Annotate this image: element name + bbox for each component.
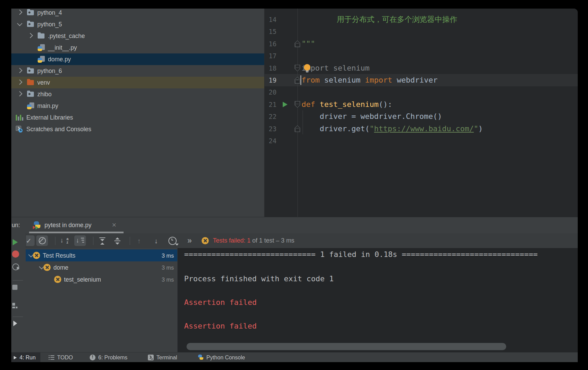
chevron-down-icon[interactable] — [17, 21, 23, 26]
next-failed-test-button[interactable]: ↓ — [150, 235, 162, 246]
toolwindow-button-todo[interactable]: TODO — [49, 353, 78, 362]
previous-failed-test-button[interactable]: ↑ — [133, 235, 145, 246]
code-token: 用于分布式，可在多个浏览器中操作 — [337, 15, 457, 24]
fold-dash — [296, 128, 299, 129]
chevron-right-icon[interactable] — [17, 68, 23, 73]
project-tree-item-zhibo[interactable]: zhibo — [11, 88, 264, 100]
strip-separator — [13, 317, 23, 317]
test-tree-item-dome[interactable]: dome3 ms — [26, 261, 177, 273]
fold-marker-icon[interactable] — [295, 40, 300, 47]
toolwindow-button-label: 6: Problems — [98, 355, 127, 361]
problems-icon — [90, 355, 95, 360]
project-tree-label: dome.py — [48, 56, 71, 63]
python-file-icon — [27, 102, 34, 109]
toolwindow-button-terminal[interactable]: Terminal — [148, 353, 182, 362]
editor-line-24[interactable]: 24 — [265, 135, 578, 147]
project-tree-item-python_4[interactable]: python_4 — [11, 9, 264, 18]
project-tree-label: .pytest_cache — [48, 33, 85, 40]
test-history-button[interactable] — [167, 235, 178, 246]
toolbar-separator — [130, 237, 130, 245]
project-tree-item-scratches-and-consoles[interactable]: Scratches and Consoles — [11, 123, 264, 135]
more-actions-button[interactable]: » — [184, 235, 195, 246]
editor-line-15[interactable]: 15 — [265, 25, 578, 38]
editor-line-14[interactable]: 14用于分布式，可在多个浏览器中操作 — [265, 13, 578, 26]
run-test-gutter-icon[interactable] — [283, 102, 287, 107]
toolwindow-button-python-console[interactable]: Python Console — [198, 353, 250, 362]
fold-marker-icon[interactable] — [295, 77, 300, 84]
code-token: " — [474, 124, 478, 133]
horizontal-scrollbar[interactable] — [187, 343, 506, 350]
sort-alphabetically-button[interactable]: ↓az — [59, 235, 70, 246]
project-tree-label: python_5 — [37, 21, 62, 28]
fold-dash — [296, 43, 299, 44]
chevron-right-icon[interactable] — [17, 10, 23, 15]
editor-line-16[interactable]: 16""" — [265, 38, 578, 50]
chevron-right-icon[interactable] — [28, 33, 33, 38]
test-duration: 3 ms — [162, 276, 174, 283]
folder-icon — [38, 34, 44, 39]
test-failed-icon — [33, 252, 40, 259]
project-tree-label: main.py — [37, 102, 58, 110]
lib-bar — [20, 115, 21, 121]
toolwindow-button-6--problems[interactable]: 6: Problems — [90, 353, 132, 362]
project-tree-item-dome-py[interactable]: dome.py — [11, 53, 264, 65]
python-file-icon — [38, 56, 45, 63]
line-number: 21 — [265, 98, 277, 111]
project-tree-item-main-py[interactable]: main.py — [11, 100, 264, 112]
project-tree-label: python_4 — [37, 9, 62, 16]
toolwindow-button-4--run[interactable]: 4: Run — [11, 353, 40, 362]
url-link[interactable]: https://www.baidu.com/ — [374, 124, 474, 133]
line-number: 19 — [265, 74, 277, 86]
project-tree-item-external-libraries[interactable]: External Libraries — [11, 112, 264, 123]
project-tree-label: zhibo — [37, 91, 52, 98]
folder-icon — [27, 10, 34, 15]
collapse-all-button[interactable] — [112, 235, 123, 246]
run-tab-title: pytest in dome.py — [44, 217, 91, 233]
fold-marker-icon[interactable] — [295, 101, 300, 108]
project-tree-item-__init__-py[interactable]: __init__.py — [11, 42, 264, 53]
check-icon: ✓ — [26, 237, 32, 244]
strip-separator — [13, 280, 23, 281]
test-tree-item-test-results[interactable]: Test Results3 ms — [26, 249, 177, 261]
code-token: import — [365, 76, 392, 84]
project-tree-item-python_5[interactable]: python_5 — [11, 18, 264, 30]
folder-icon — [27, 92, 34, 97]
python-logo-yellow — [27, 107, 31, 109]
folder-dot — [28, 23, 30, 25]
close-tab-icon[interactable]: × — [112, 217, 116, 233]
intention-bulb-icon[interactable] — [304, 64, 310, 72]
pytest-icon — [33, 221, 41, 230]
show-ignored-button[interactable] — [36, 235, 48, 246]
test-duration: 3 ms — [162, 252, 174, 259]
expand-all-button[interactable] — [97, 235, 108, 246]
expand-icon — [99, 237, 106, 244]
python-logo-yellow — [38, 49, 42, 51]
chevron-right-icon[interactable] — [17, 79, 23, 85]
line-number: 16 — [265, 38, 277, 50]
code-editor[interactable]: 14用于分布式，可在多个浏览器中操作1516"""1718import sele… — [264, 9, 578, 217]
project-tree-item-python_6[interactable]: python_6 — [11, 65, 264, 77]
editor-line-23[interactable]: 23 driver.get("https://www.baidu.com/") — [265, 123, 578, 135]
bulb-base — [306, 72, 308, 72]
fold-inner — [295, 65, 300, 71]
code-token: webdriver — [392, 76, 437, 84]
editor-line-17[interactable]: 17 — [265, 50, 578, 62]
editor-line-20[interactable]: 20 — [265, 86, 578, 98]
project-tree-item-venv[interactable]: venv — [11, 77, 264, 88]
bulb-base — [306, 71, 309, 71]
chevron-right-icon[interactable] — [17, 91, 23, 97]
test-console-output[interactable]: ============================= 1 failed i… — [177, 248, 578, 353]
fold-marker-icon[interactable] — [295, 125, 300, 132]
fold-marker-icon[interactable] — [295, 65, 300, 72]
fold-dash — [296, 79, 299, 80]
test-tree-item-test_selenium[interactable]: test_selenium3 ms — [26, 273, 177, 285]
editor-line-22[interactable]: 22 driver = webdriver.Chrome() — [265, 110, 578, 123]
editor-line-21[interactable]: 21def test_selenium(): — [265, 98, 578, 111]
project-tree-item--pytest_cache[interactable]: .pytest_cache — [11, 30, 264, 42]
editor-line-18[interactable]: 18import selenium — [265, 62, 578, 74]
code-text: 用于分布式，可在多个浏览器中操作 — [337, 13, 457, 26]
editor-line-19[interactable]: 19from selenium import webdriver — [265, 74, 578, 86]
clock-icon — [168, 237, 177, 245]
line-number: 14 — [265, 13, 277, 26]
sort-by-duration-button[interactable]: ↓ — [74, 235, 86, 246]
